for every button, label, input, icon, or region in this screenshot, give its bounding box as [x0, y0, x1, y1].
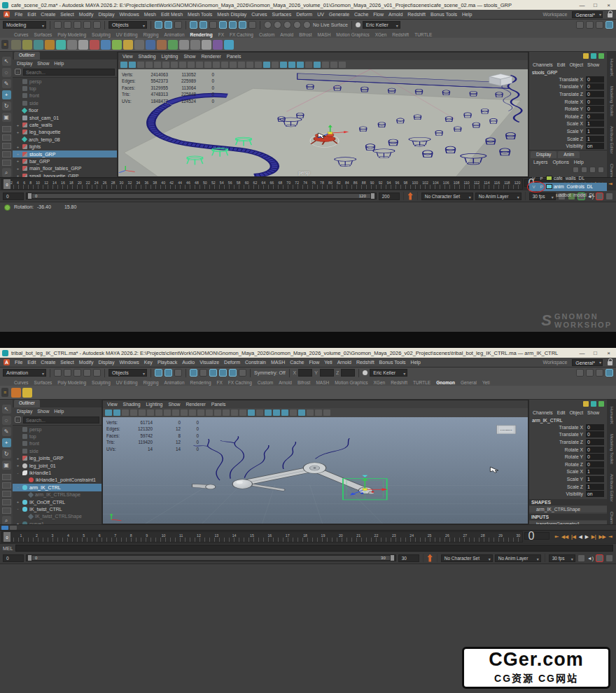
range-end-handle[interactable] — [391, 555, 394, 561]
menu-item[interactable]: Redshift — [407, 12, 426, 17]
snap-grid-icon[interactable] — [190, 21, 197, 29]
channel-extra-row[interactable]: INPUTS — [529, 514, 607, 520]
viewport-toolbar-icon[interactable] — [265, 410, 272, 416]
channel-row[interactable]: Translate Y 0 — [529, 83, 607, 91]
shelf-tab[interactable]: Surfaces — [31, 32, 55, 38]
menu-item[interactable]: Deform — [224, 360, 240, 365]
shelf-tab[interactable]: XGen — [372, 32, 390, 38]
layout-hypershade-icon[interactable] — [2, 507, 11, 514]
viewport-toolbar-icon[interactable] — [189, 410, 196, 416]
character-key-icon[interactable] — [427, 554, 433, 562]
viewport-toolbar-icon[interactable] — [154, 62, 161, 68]
channel-row[interactable]: Visibility on — [529, 142, 607, 150]
fps-select[interactable]: 30 fps — [529, 192, 556, 200]
channel-row[interactable]: Translate X 0 — [529, 76, 607, 83]
animation-end-field[interactable]: 30 — [398, 554, 419, 562]
shelf-tab[interactable]: Arnold — [277, 32, 296, 38]
outliner-item[interactable]: + IK_OnOff_CTRL — [13, 498, 102, 505]
expand-toggle-icon[interactable]: + — [15, 159, 20, 163]
animation-start-field[interactable]: 0 — [3, 554, 24, 562]
hypershade-icon[interactable] — [293, 21, 301, 29]
channel-value-field[interactable]: 1 — [586, 484, 604, 490]
viewport-toolbar-icon[interactable] — [307, 410, 314, 416]
channel-speed-icon[interactable] — [591, 401, 596, 407]
channel-box-menu-item[interactable]: Edit — [557, 62, 566, 67]
channel-row[interactable]: Scale X 1 — [529, 120, 607, 128]
channel-value-field[interactable]: 1 — [586, 468, 604, 475]
shelf-icon[interactable] — [224, 40, 234, 50]
channel-row[interactable]: Translate X 0 — [529, 424, 607, 431]
viewport-menu-item[interactable]: Shading — [139, 54, 156, 59]
lock-selection-icon[interactable] — [248, 21, 256, 29]
viewport-menu-item[interactable]: Panels — [227, 54, 241, 59]
menu-set-select[interactable]: Animation — [3, 369, 46, 377]
shelf-icon[interactable] — [11, 40, 21, 50]
snap-plane-icon[interactable] — [219, 21, 227, 29]
y-input-field[interactable] — [320, 369, 334, 377]
layer-visibility-toggle[interactable]: V — [531, 176, 537, 181]
outliner-item[interactable]: arm_IK_CTRLShape — [13, 491, 102, 498]
shelf-icon[interactable] — [56, 40, 66, 50]
select-tool-icon[interactable]: ↖ — [2, 405, 11, 414]
viewport-toolbar-icon[interactable] — [330, 62, 337, 68]
channel-row[interactable]: Rotate Y 0 — [529, 105, 607, 113]
sidebar-toggle-2-icon[interactable] — [586, 369, 594, 377]
menu-item[interactable]: Arnold — [388, 12, 402, 17]
close-button[interactable]: × — [603, 350, 614, 356]
current-frame-marker[interactable]: 0 — [4, 532, 10, 542]
outliner-item[interactable]: shot_cam_01 — [13, 114, 117, 121]
outliner-search-input[interactable]: Search... — [23, 416, 99, 424]
menu-item[interactable]: Constrain — [245, 360, 266, 365]
lasso-tool-icon[interactable]: ◌ — [2, 416, 11, 425]
menu-item[interactable]: Yeti — [324, 360, 332, 365]
outliner-item[interactable]: + small_banquette_GRP — [13, 172, 117, 177]
viewport-toolbar-icon[interactable] — [288, 62, 295, 68]
channel-row[interactable]: Rotate Y 0 — [529, 453, 607, 461]
shelf-tab[interactable]: Yeti — [479, 380, 493, 386]
layer-menu-item[interactable]: Help — [574, 160, 584, 164]
menu-item[interactable]: Surfaces — [272, 12, 292, 17]
anim-layer-select[interactable]: No Anim Layer — [495, 554, 541, 562]
menu-item[interactable]: Edit Mesh — [161, 12, 183, 17]
menu-item[interactable]: Create — [41, 12, 55, 17]
channel-value-field[interactable]: 0 — [586, 99, 604, 105]
selection-mask-select[interactable]: Objects — [108, 369, 147, 377]
layout-persp-outliner-icon[interactable] — [2, 143, 11, 149]
sidebar-toggle-2-icon[interactable] — [586, 21, 594, 29]
outliner-menu-item[interactable]: Show — [37, 61, 49, 66]
minimize-button[interactable]: — — [577, 350, 587, 356]
range-slider[interactable]: 0 120 — [26, 192, 377, 200]
viewport-toolbar-icon[interactable] — [206, 410, 213, 416]
rotate-tool-icon[interactable]: ↻ — [2, 449, 11, 458]
viewport-toolbar-icon[interactable] — [315, 410, 322, 416]
channel-value-field[interactable]: 1 — [586, 120, 604, 127]
channel-value-field[interactable]: on — [586, 143, 604, 149]
channel-value-field[interactable]: 0 — [586, 461, 604, 468]
viewport-toolbar-icon[interactable] — [238, 62, 245, 68]
menu-item[interactable]: Generate — [329, 12, 349, 17]
channel-value-field[interactable]: 1 — [586, 136, 604, 142]
layer-color-swatch[interactable] — [546, 184, 552, 189]
shelf-tab[interactable]: TURTLE — [412, 32, 435, 38]
channel-extra-row[interactable]: SHAPES — [529, 499, 607, 505]
channel-row[interactable]: Scale Z 1 — [529, 135, 607, 143]
channel-box-menu-item[interactable]: Object — [569, 62, 583, 67]
menu-item[interactable]: UV — [317, 12, 324, 17]
render-icon[interactable] — [264, 21, 272, 29]
channel-speed-icon[interactable] — [591, 53, 596, 59]
channel-value-field[interactable]: 0 — [586, 76, 604, 83]
shelf-icon[interactable] — [179, 40, 189, 50]
channel-row[interactable]: Translate Z 0 — [529, 438, 607, 446]
viewport-toolbar-icon[interactable] — [179, 62, 186, 68]
lasso-tool-icon[interactable]: ◌ — [2, 68, 11, 77]
shelf-icon[interactable] — [34, 40, 43, 50]
menu-item[interactable]: Arnold — [337, 360, 351, 365]
new-layer-selected-icon[interactable] — [581, 167, 587, 173]
menu-item[interactable]: Display — [98, 360, 114, 365]
outliner-menu-item[interactable]: Display — [17, 61, 32, 66]
shelf-tab[interactable]: Rigging — [141, 32, 162, 38]
menu-item[interactable]: Help — [462, 12, 472, 17]
viewport-menu-item[interactable]: Renderer — [186, 402, 205, 407]
channel-row[interactable]: Translate Z 0 — [529, 90, 607, 98]
menu-item[interactable]: Select — [60, 12, 74, 17]
